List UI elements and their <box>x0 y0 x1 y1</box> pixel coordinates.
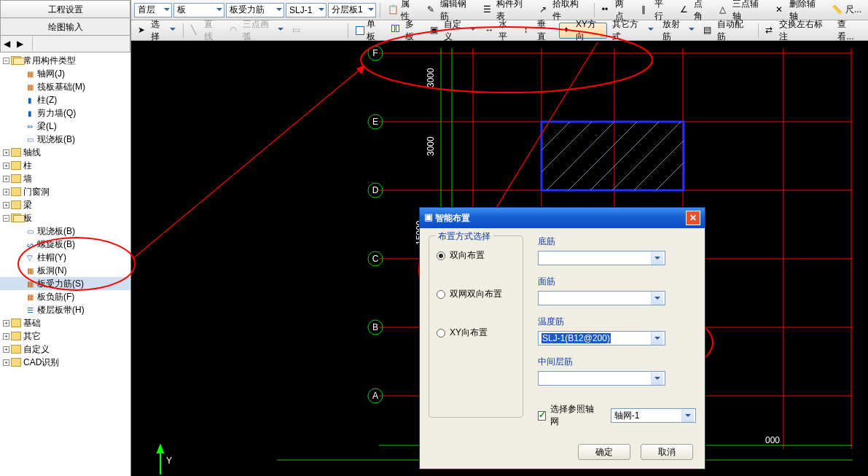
tree-label[interactable]: 螺旋板(B) <box>37 238 75 251</box>
tree-label[interactable]: 柱(Z) <box>37 94 57 106</box>
line-button[interactable]: ╲直线 <box>187 23 224 39</box>
select-button[interactable]: ➤选择 <box>134 23 179 39</box>
tree-label[interactable]: 墙 <box>23 173 32 185</box>
tree-label[interactable]: 板负筋(F) <box>37 291 74 303</box>
folder-icon <box>11 148 21 157</box>
single-slab-button[interactable]: 单板 <box>352 23 386 39</box>
temp-rebar-combo[interactable]: SLJ-1(B12@200) <box>538 331 665 346</box>
expand-icon[interactable]: + <box>3 176 9 182</box>
parallel-button[interactable]: ∥平行 <box>638 2 676 18</box>
app-icon: ▣ <box>424 213 435 223</box>
multi-slab-button[interactable]: 多板 <box>388 23 425 39</box>
tree-label[interactable]: 门窗洞 <box>23 186 50 198</box>
tree-label[interactable]: 柱 <box>23 160 32 172</box>
auto-rebar-button[interactable]: ▤自动配筋 <box>700 23 754 39</box>
radio-bidirectional[interactable]: 双向布置 <box>437 249 515 262</box>
row-labels: FED CBA <box>372 48 379 401</box>
pick-member-button[interactable]: ↗拾取构件 <box>536 2 590 18</box>
tree-label[interactable]: 梁(L) <box>37 120 57 133</box>
expand-icon[interactable]: + <box>3 320 9 327</box>
expand-icon[interactable]: + <box>3 202 9 208</box>
tree-label[interactable]: 梁 <box>23 199 32 211</box>
arrow-right-icon[interactable]: ▶ <box>17 39 27 49</box>
folder-icon <box>11 345 21 354</box>
expand-icon[interactable]: − <box>3 58 9 64</box>
member-list-button[interactable]: ☰构件列表 <box>480 2 534 18</box>
axis-combo[interactable]: 轴网-1 <box>611 408 696 423</box>
radio-xy[interactable]: XY向布置 <box>437 327 515 339</box>
top-rebar-combo[interactable] <box>538 291 665 305</box>
tree-label[interactable]: 现浇板(B) <box>37 133 75 146</box>
wall-icon: ▮ <box>25 108 35 118</box>
bottom-rebar-combo[interactable] <box>538 251 665 265</box>
folder-icon <box>11 319 21 327</box>
horizontal-button[interactable]: ↔水平 <box>481 23 518 39</box>
tree-label[interactable]: 其它 <box>23 330 41 343</box>
mid-rebar-combo[interactable] <box>538 371 665 386</box>
close-button[interactable]: ✕ <box>686 211 700 225</box>
delete-aux-button[interactable]: ✕删除辅轴 <box>772 2 826 18</box>
ok-button[interactable]: 确定 <box>578 444 630 460</box>
panel-header-settings[interactable]: 工程设置 <box>0 0 130 17</box>
edit-rebar-button[interactable]: ✎编辑钢筋 <box>423 2 478 18</box>
combo-floor[interactable]: 首层 <box>134 3 172 17</box>
vertical-button[interactable]: ↕垂直 <box>520 23 558 39</box>
expand-icon[interactable]: + <box>3 359 9 366</box>
arc-button[interactable]: ◠三点画弧 <box>226 23 288 39</box>
expand-icon[interactable]: + <box>3 163 9 169</box>
tree-label[interactable]: 剪力墙(Q) <box>37 107 76 120</box>
expand-icon[interactable]: + <box>3 333 9 340</box>
custom-button[interactable]: ▣自定义 <box>426 23 480 39</box>
tree-label[interactable]: 自定义 <box>23 343 50 356</box>
dimension-button[interactable]: 📏尺... <box>828 2 865 18</box>
combo-category[interactable]: 板 <box>173 3 224 17</box>
toolbars: 首层 板 板受力筋 SLJ-1 分层板1 📋属性 ✎编辑钢筋 ☰构件列表 ↗拾取… <box>131 0 868 41</box>
tree-root[interactable]: − 常用构件类型 <box>0 54 130 67</box>
tree-label[interactable]: 基础 <box>23 317 41 329</box>
xy-direction-button[interactable]: ✦XY方向 <box>559 23 607 39</box>
checkbox-ref-grid[interactable] <box>538 411 546 421</box>
layout-mode-group: 布置方式选择 双向布置 双网双向布置 XY向布置 <box>429 235 523 418</box>
point-angle-button[interactable]: ∠点角 <box>676 2 714 18</box>
expand-icon[interactable]: + <box>3 189 9 195</box>
tree-label[interactable]: 轴网(J) <box>37 68 65 80</box>
radio-icon <box>437 329 445 338</box>
tree-label[interactable]: 柱帽(Y) <box>37 251 66 264</box>
two-point-button[interactable]: ••两点 <box>598 2 636 18</box>
combo-type[interactable]: 板受力筋 <box>226 3 284 17</box>
tree-label[interactable]: 轴线 <box>23 147 41 159</box>
radio-double-mesh[interactable]: 双网双向布置 <box>437 288 515 300</box>
cancel-button[interactable]: 取消 <box>641 444 693 460</box>
swap-icon: ⇄ <box>765 25 776 36</box>
dialog-title-bar[interactable]: ▣ 智能布置 ✕ <box>420 208 705 228</box>
rect-button[interactable]: ▭ <box>289 23 308 39</box>
arrow-left-icon[interactable]: ◀ <box>4 39 14 49</box>
tree-label[interactable]: 楼层板带(H) <box>37 304 85 316</box>
tree-label[interactable]: 现浇板(B) <box>37 225 75 238</box>
expand-icon[interactable]: + <box>3 149 9 156</box>
radiate-button[interactable]: 放射筋 <box>659 23 699 39</box>
svg-text:B: B <box>372 322 378 332</box>
svg-rect-33 <box>541 122 684 190</box>
panel-header-draw[interactable]: 绘图输入 <box>0 17 130 35</box>
tree-label[interactable]: CAD识别 <box>23 356 59 369</box>
cursor-icon: ➤ <box>138 25 149 36</box>
expand-icon[interactable]: + <box>3 346 9 353</box>
swap-annotation-button[interactable]: ⇄交换左右标注 <box>762 23 832 39</box>
expand-icon[interactable]: − <box>3 215 9 222</box>
tree-label[interactable]: 板洞(N) <box>37 265 67 277</box>
three-point-aux-button[interactable]: △三点辅轴 <box>716 2 770 18</box>
combo-layer[interactable]: 分层板1 <box>328 3 376 17</box>
view-button[interactable]: 查看... <box>834 23 865 39</box>
svg-text:A: A <box>372 391 378 401</box>
combo-member[interactable]: SLJ-1 <box>286 3 327 17</box>
xy-icon: ✦ <box>563 25 574 36</box>
radio-icon <box>437 290 445 299</box>
tree-item-selected[interactable]: ▦板受力筋(S) <box>0 277 130 290</box>
tree-label[interactable]: 筏板基础(M) <box>37 81 85 93</box>
other-mode-button[interactable]: 其它方式 <box>609 23 657 39</box>
properties-button[interactable]: 📋属性 <box>384 2 422 18</box>
group-label: 布置方式选择 <box>435 230 493 243</box>
component-tree[interactable]: − 常用构件类型 ▦轴网(J) ▦筏板基础(M) ▮柱(Z) ▮剪力墙(Q) ⇔… <box>0 52 130 461</box>
temp-rebar-label: 温度筋 <box>538 316 696 328</box>
